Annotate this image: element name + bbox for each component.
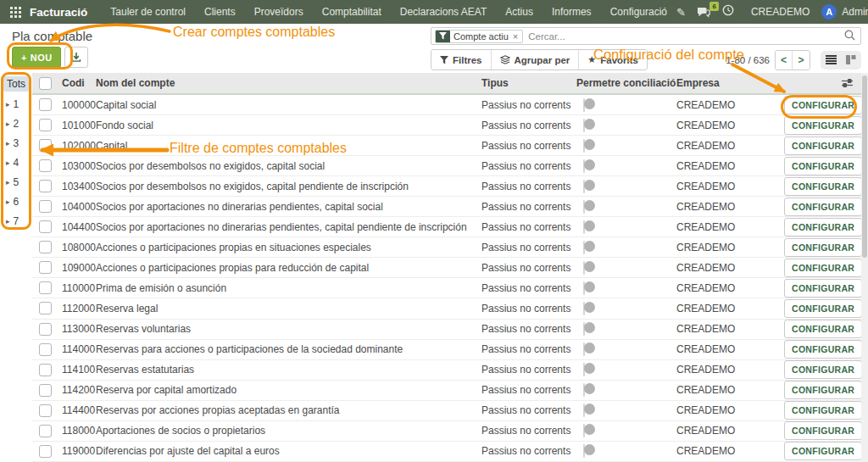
vertical-scrollbar[interactable] (861, 73, 868, 462)
configure-button[interactable]: CONFIGURAR (784, 360, 862, 379)
header-reconcile[interactable]: Permetre conciliació (576, 77, 676, 89)
account-row[interactable]: 119000 Diferencias por ajuste del capita… (32, 442, 861, 462)
row-checkbox[interactable] (39, 261, 52, 274)
sidebar-group-item[interactable]: ▸ 5 (0, 172, 32, 192)
row-checkbox[interactable] (39, 384, 52, 397)
account-row[interactable]: 110000 Prima de emisión o asunción Passi… (32, 278, 861, 298)
configure-button[interactable]: CONFIGURAR (784, 96, 862, 114)
sidebar-group-item[interactable]: ▸ 2 (0, 114, 32, 133)
row-checkbox[interactable] (39, 404, 52, 417)
configure-button[interactable]: CONFIGURAR (784, 136, 862, 155)
nav-menu-item[interactable]: Actius (496, 6, 542, 18)
configure-button[interactable]: CONFIGURAR (784, 238, 862, 257)
reconcile-toggle[interactable] (583, 159, 585, 173)
row-checkbox[interactable] (39, 241, 52, 253)
nav-menu-item[interactable]: Informes (542, 6, 601, 18)
row-checkbox[interactable] (39, 159, 52, 172)
row-checkbox[interactable] (39, 139, 52, 152)
sidebar-group-item[interactable]: ▸ 4 (0, 153, 32, 172)
account-row[interactable]: 114100 Reservas estatutarias Passius no … (32, 360, 861, 381)
account-row[interactable]: 114400 Reservas por acciones propias ace… (32, 401, 861, 421)
header-name[interactable]: Nom del compte (92, 77, 481, 89)
nav-menu-item[interactable]: Comptabilitat (313, 6, 391, 18)
reconcile-toggle[interactable] (583, 322, 585, 336)
account-row[interactable]: 113000 Reservas voluntarias Passius no c… (32, 320, 861, 340)
breadcrumb[interactable]: Pla comptable (12, 29, 92, 43)
app-brand[interactable]: Facturació (30, 6, 87, 19)
account-row[interactable]: 103000 Socios por desembolsos no exigido… (32, 156, 861, 176)
reconcile-toggle[interactable] (583, 444, 585, 458)
reconcile-toggle[interactable] (583, 261, 585, 275)
search-input[interactable] (523, 31, 844, 42)
sidebar-group-item[interactable]: ▸ 6 (0, 192, 32, 211)
reconcile-toggle[interactable] (583, 363, 585, 376)
row-checkbox[interactable] (39, 302, 52, 314)
export-download-button[interactable] (64, 47, 88, 68)
reconcile-toggle[interactable] (583, 424, 585, 437)
remove-filter-icon[interactable]: × (512, 31, 522, 42)
sidebar-group-item[interactable]: ▸ 7 (0, 211, 32, 231)
pager-previous-button[interactable]: < (776, 51, 793, 70)
list-view-button[interactable] (821, 51, 841, 70)
configure-button[interactable]: CONFIGURAR (784, 279, 862, 298)
configure-button[interactable]: CONFIGURAR (784, 442, 862, 460)
reconcile-toggle[interactable] (583, 139, 585, 153)
select-all-checkbox[interactable] (39, 77, 52, 90)
account-row[interactable]: 108000 Acciones o participaciones propia… (32, 237, 861, 258)
row-checkbox[interactable] (39, 200, 52, 213)
reconcile-toggle[interactable] (583, 383, 585, 397)
nav-menu-item[interactable]: Tauler de control (101, 6, 195, 18)
configure-button[interactable]: CONFIGURAR (784, 320, 862, 338)
row-checkbox[interactable] (39, 364, 52, 376)
nav-menu-item[interactable]: Clients (195, 6, 245, 18)
configure-button[interactable]: CONFIGURAR (784, 116, 862, 135)
nav-menu-item[interactable]: Configuració (601, 6, 676, 18)
row-checkbox[interactable] (39, 119, 52, 131)
user-menu[interactable]: A Administrator (821, 4, 868, 19)
row-checkbox[interactable] (39, 343, 52, 356)
account-row[interactable]: 104400 Socios por aportaciones no dinera… (32, 217, 861, 237)
row-checkbox[interactable] (39, 445, 52, 458)
configure-button[interactable]: CONFIGURAR (784, 218, 862, 237)
sidebar-group-item[interactable]: ▸ 1 (0, 94, 32, 114)
scrollbar-thumb[interactable] (862, 75, 867, 258)
account-row[interactable]: 112000 Reserva legal Passius no corrents… (32, 298, 861, 319)
configure-button[interactable]: CONFIGURAR (784, 401, 862, 420)
reconcile-toggle[interactable] (583, 119, 585, 132)
account-row[interactable]: 104000 Socios por aportaciones no dinera… (32, 197, 861, 217)
account-row[interactable]: 114200 Reserva por capital amortizado Pa… (32, 381, 861, 401)
configure-button[interactable]: CONFIGURAR (784, 259, 862, 277)
configure-button[interactable]: CONFIGURAR (784, 157, 862, 175)
filters-button[interactable]: Filtres (431, 50, 492, 70)
kanban-view-button[interactable] (841, 51, 861, 70)
reconcile-toggle[interactable] (583, 302, 585, 315)
row-checkbox[interactable] (39, 98, 52, 111)
nav-menu-item[interactable]: Proveïdors (245, 6, 313, 18)
sidebar-item-all[interactable]: Tots (3, 76, 29, 92)
configure-button[interactable]: CONFIGURAR (784, 381, 862, 399)
header-type[interactable]: Tipus (481, 77, 576, 89)
header-company[interactable]: Empresa (676, 77, 780, 89)
reconcile-toggle[interactable] (583, 404, 585, 417)
account-row[interactable]: 118000 Aportaciones de socios o propieta… (32, 421, 861, 442)
sidebar-group-item[interactable]: ▸ 3 (0, 133, 32, 153)
account-row[interactable]: 114000 Reservas para acciones o particip… (32, 340, 861, 360)
row-checkbox[interactable] (39, 323, 52, 336)
apps-grid-icon[interactable] (10, 7, 21, 18)
nav-menu-item[interactable]: Declaracions AEAT (391, 6, 497, 18)
messages-icon[interactable]: 6 (698, 7, 710, 18)
header-code[interactable]: Codi (58, 77, 92, 89)
company-switcher[interactable]: CREADEMO (751, 6, 810, 18)
edit-pencil-icon[interactable]: ✎ (676, 6, 686, 19)
optional-columns-icon[interactable] (842, 78, 853, 91)
search-icon[interactable] (844, 29, 855, 44)
account-row[interactable]: 103400 Socios por desembolsos no exigido… (32, 176, 861, 197)
configure-button[interactable]: CONFIGURAR (784, 340, 862, 359)
reconcile-toggle[interactable] (583, 241, 585, 254)
account-row[interactable]: 109000 Acciones o participaciones propia… (32, 258, 861, 278)
reconcile-toggle[interactable] (583, 98, 585, 112)
activities-clock-icon[interactable] (722, 4, 734, 19)
pager-next-button[interactable]: > (793, 51, 810, 70)
account-row[interactable]: 101000 Fondo social Passius no corrents … (32, 115, 861, 136)
new-record-button[interactable]: + NOU (12, 47, 61, 68)
